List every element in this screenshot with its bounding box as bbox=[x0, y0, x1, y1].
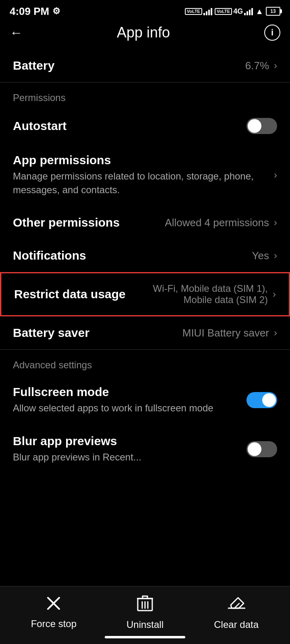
app-permissions-title: App permissions bbox=[13, 153, 272, 167]
bar1 bbox=[203, 13, 205, 15]
battery-value: 6.7% › bbox=[245, 60, 277, 72]
time: 4:09 PM bbox=[10, 5, 49, 18]
blur-app-previews-toggle-knob bbox=[248, 442, 261, 456]
app-permissions-row[interactable]: App permissions Manage permissions relat… bbox=[0, 144, 290, 206]
notifications-title: Notifications bbox=[13, 249, 252, 262]
bar3 bbox=[249, 10, 251, 15]
volte1-group: VoLTE bbox=[185, 7, 212, 15]
page-title: App info bbox=[117, 24, 170, 41]
force-stop-label: Force stop bbox=[31, 618, 77, 630]
advanced-settings-label: Advanced settings bbox=[0, 350, 290, 376]
fullscreen-mode-row[interactable]: Fullscreen mode Allow selected apps to w… bbox=[0, 376, 290, 425]
force-stop-action[interactable]: Force stop bbox=[25, 595, 82, 630]
fullscreen-mode-toggle[interactable] bbox=[246, 392, 277, 408]
volte2-badge: VoLTE bbox=[215, 8, 232, 15]
other-permissions-value: Allowed 4 permissions › bbox=[165, 217, 277, 229]
eraser-svg bbox=[228, 594, 245, 612]
svg-marker-10 bbox=[231, 598, 244, 608]
app-permissions-value: › bbox=[272, 169, 277, 181]
chevron-icon: › bbox=[274, 250, 277, 261]
home-indicator bbox=[105, 636, 185, 638]
bar1 bbox=[244, 13, 246, 15]
bottom-bar: Force stop Uninstall bbox=[0, 586, 290, 644]
bar2 bbox=[246, 11, 248, 15]
uninstall-label: Uninstall bbox=[126, 619, 164, 630]
battery-row[interactable]: Battery 6.7% › bbox=[0, 49, 290, 82]
fullscreen-mode-subtitle: Allow selected apps to work in fullscree… bbox=[13, 401, 246, 415]
battery-icon: 13 bbox=[266, 7, 280, 16]
permissions-label: Permissions bbox=[0, 83, 290, 108]
blur-app-previews-toggle[interactable] bbox=[246, 441, 277, 457]
svg-line-12 bbox=[234, 603, 239, 608]
blur-app-previews-title: Blur app previews bbox=[13, 434, 246, 448]
clear-data-label: Clear data bbox=[214, 619, 259, 630]
volte2-group: VoLTE 4G bbox=[215, 7, 253, 16]
autostart-toggle-knob bbox=[248, 119, 261, 133]
trash-svg bbox=[137, 594, 153, 612]
battery-saver-value: MIUI Battery saver › bbox=[182, 327, 277, 339]
signal-bars-2 bbox=[244, 7, 253, 15]
notifications-row[interactable]: Notifications Yes › bbox=[0, 239, 290, 272]
blur-app-previews-row[interactable]: Blur app previews Blur app previews in R… bbox=[0, 425, 290, 474]
uninstall-action[interactable]: Uninstall bbox=[117, 594, 173, 630]
status-left: 4:09 PM ⚙ bbox=[10, 5, 60, 18]
autostart-row[interactable]: Autostart bbox=[0, 108, 290, 144]
battery-saver-row[interactable]: Battery saver MIUI Battery saver › bbox=[0, 316, 290, 349]
battery-title: Battery bbox=[13, 59, 245, 72]
main-content: Battery 6.7% › Permissions Autostart App… bbox=[0, 49, 290, 538]
clear-data-icon bbox=[228, 594, 245, 616]
autostart-toggle[interactable] bbox=[246, 118, 277, 134]
back-button[interactable]: ← bbox=[10, 25, 23, 40]
restrict-data-usage-value: Wi-Fi, Mobile data (SIM 1), Mobile data … bbox=[147, 283, 276, 305]
chevron-icon: › bbox=[273, 289, 276, 300]
chevron-icon: › bbox=[274, 327, 277, 339]
chevron-icon: › bbox=[274, 217, 277, 228]
clear-data-action[interactable]: Clear data bbox=[208, 594, 265, 630]
uninstall-icon bbox=[137, 594, 153, 616]
4g-badge: 4G bbox=[233, 7, 243, 16]
fullscreen-mode-toggle-knob bbox=[262, 393, 276, 407]
restrict-data-usage-row[interactable]: Restrict data usage Wi-Fi, Mobile data (… bbox=[0, 272, 290, 316]
notifications-value: Yes › bbox=[252, 250, 277, 262]
chevron-icon: › bbox=[274, 169, 277, 181]
force-stop-icon bbox=[46, 595, 62, 615]
x-svg bbox=[46, 595, 62, 611]
bar4 bbox=[211, 8, 212, 15]
status-bar: 4:09 PM ⚙ VoLTE VoLTE 4G ▲ bbox=[0, 0, 290, 21]
battery-saver-title: Battery saver bbox=[13, 326, 182, 340]
battery-level: 13 bbox=[270, 8, 276, 14]
info-icon: i bbox=[271, 27, 273, 38]
bar3 bbox=[208, 10, 210, 15]
fullscreen-mode-title: Fullscreen mode bbox=[13, 385, 246, 399]
bar2 bbox=[206, 11, 207, 15]
bottom-actions: Force stop Uninstall bbox=[0, 594, 290, 630]
top-nav: ← App info i bbox=[0, 21, 290, 49]
other-permissions-title: Other permissions bbox=[13, 216, 165, 229]
blur-app-previews-subtitle: Blur app previews in Recent... bbox=[13, 450, 246, 464]
autostart-title: Autostart bbox=[13, 119, 246, 133]
other-permissions-row[interactable]: Other permissions Allowed 4 permissions … bbox=[0, 206, 290, 239]
chevron-icon: › bbox=[274, 60, 277, 71]
status-right: VoLTE VoLTE 4G ▲ 13 bbox=[185, 7, 280, 16]
bar4 bbox=[251, 8, 253, 15]
wifi-icon: ▲ bbox=[255, 7, 263, 16]
gear-icon: ⚙ bbox=[52, 6, 60, 17]
signal-bars-1 bbox=[203, 7, 212, 15]
volte1-badge: VoLTE bbox=[185, 8, 202, 15]
info-button[interactable]: i bbox=[264, 25, 280, 41]
app-permissions-subtitle: Manage permissions related to location, … bbox=[13, 169, 272, 196]
restrict-data-usage-title: Restrict data usage bbox=[14, 287, 147, 301]
